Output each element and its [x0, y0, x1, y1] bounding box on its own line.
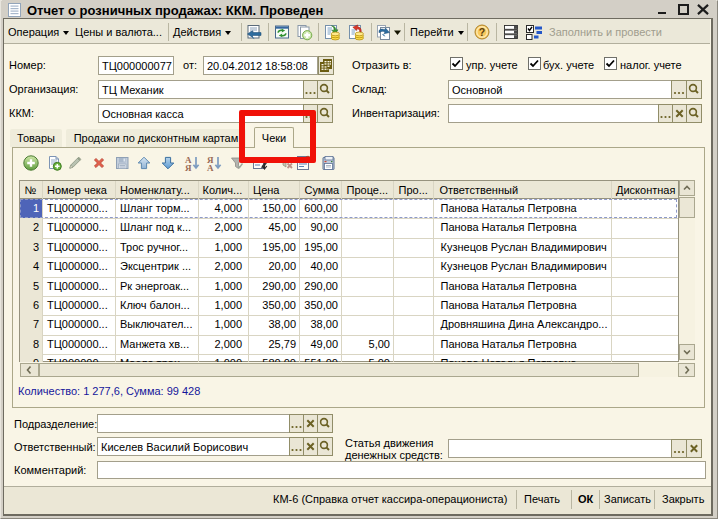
svg-text:Я: Я [185, 163, 192, 172]
svg-text:А: А [207, 163, 214, 172]
svg-text:?: ? [479, 26, 485, 38]
